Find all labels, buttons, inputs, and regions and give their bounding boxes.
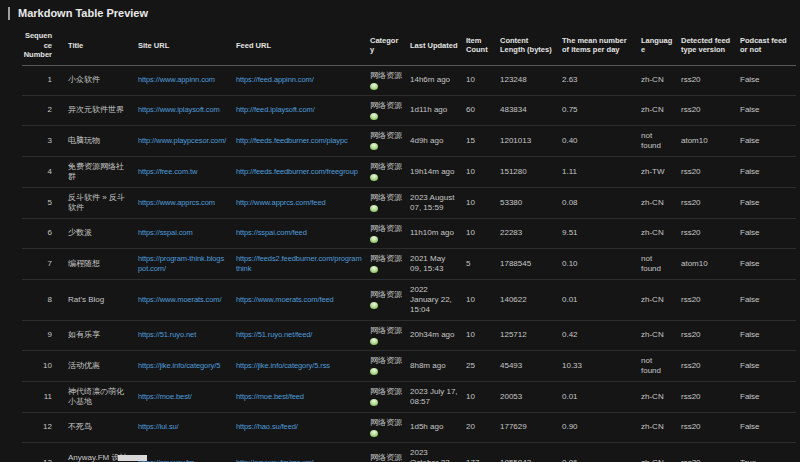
cell-feed-url: http://feed.iplaysoft.com/ — [236, 95, 370, 125]
cell-text: 125712 — [500, 330, 527, 339]
cell-text: 5 — [466, 259, 470, 268]
cell-content-length: 22283 — [500, 218, 562, 248]
cell-feed-url: https://sspai.com/feed — [236, 218, 370, 248]
cell-text: False — [740, 105, 760, 114]
green-circle-icon — [370, 399, 378, 406]
cell-title: 神代绮凛の萌化小基地 — [68, 381, 138, 412]
green-circle-icon — [370, 302, 378, 309]
feed-url-link[interactable]: http://feed.iplaysoft.com/ — [236, 105, 315, 114]
cell-text: rss20 — [681, 361, 701, 370]
cell-text: 11h10m ago — [410, 228, 454, 237]
cell-feed-type: rss20 — [681, 279, 740, 320]
cell-site-url: https://anyway.fm — [138, 442, 236, 462]
cell-text: 9 — [48, 330, 52, 339]
site-url-link[interactable]: https://www.iplaysoft.com — [138, 105, 220, 114]
feed-url-link[interactable]: https://51.ruyo.net/feed/ — [236, 330, 312, 339]
cell-text: 1788545 — [500, 259, 531, 268]
site-url-link[interactable]: https://www.moerats.com/ — [138, 295, 221, 304]
feed-url-link[interactable]: https://www.moerats.com/feed — [236, 295, 334, 304]
cell-item-count: 10 — [466, 320, 500, 350]
site-url-link[interactable]: https://moe.best/ — [138, 392, 192, 401]
cell-language: not found — [641, 248, 681, 279]
cell-text: 0.40 — [562, 136, 578, 145]
cell-text: 8h8m ago — [410, 361, 446, 370]
cell-text: False — [740, 361, 760, 370]
site-url-link[interactable]: http://www.playpcesor.com/ — [138, 136, 226, 145]
feed-url-link[interactable]: https://jike.info/category/5.rss — [236, 361, 330, 370]
cell-text: 异次元软件世界 — [68, 105, 124, 114]
feed-url-link[interactable]: https://sspai.com/feed — [236, 228, 307, 237]
green-circle-icon — [370, 174, 378, 181]
horizontal-scrollbar-thumb[interactable] — [118, 455, 147, 461]
cell-title: 活动优惠 — [68, 350, 138, 381]
column-header-feed-url: Feed URL — [236, 26, 370, 65]
category-label: 网络资源 — [370, 101, 402, 111]
feed-url-link[interactable]: http://anyway.fm/rss.xml — [236, 458, 313, 462]
feed-url-link[interactable]: http://www.apprcs.com/feed — [236, 198, 326, 207]
cell-language: zh-CN — [641, 381, 681, 412]
feed-url-link[interactable]: https://moe.best/feed — [236, 392, 304, 401]
cell-text: 6 — [48, 228, 52, 237]
cell-language: zh-CN — [641, 412, 681, 442]
feed-url-link[interactable]: https://feeds2.feedburner.com/programthi… — [236, 254, 362, 273]
green-circle-icon — [370, 368, 378, 375]
cell-item-count: 60 — [466, 95, 500, 125]
cell-text: 483834 — [500, 105, 527, 114]
cell-site-url: https://51.ruyo.net — [138, 320, 236, 350]
column-header-item-count: Item Count — [466, 26, 500, 65]
cell-content-length: 53380 — [500, 187, 562, 218]
cell-podcast: False — [740, 320, 796, 350]
cell-text: rss20 — [681, 295, 701, 304]
cell-seq: 13 — [22, 442, 68, 462]
cell-last-updated: 4d9h ago — [410, 125, 466, 156]
site-url-link[interactable]: https://sspai.com — [138, 228, 193, 237]
site-url-link[interactable]: https://program-think.blogspot.com/ — [138, 254, 224, 273]
cell-text: atom10 — [681, 136, 708, 145]
cell-text: 45493 — [500, 361, 522, 370]
feed-url-link[interactable]: http://feeds.feedburner.com/playpc — [236, 136, 348, 145]
category-label: 网络资源 — [370, 387, 402, 397]
column-header-content-length: Content Length (bytes) — [500, 26, 562, 65]
cell-seq: 9 — [22, 320, 68, 350]
feed-url-link[interactable]: https://hao.su/feed/ — [236, 422, 298, 431]
column-header-title: Title — [68, 26, 138, 65]
cell-last-updated: 2023 July 17, 08:57 — [410, 381, 466, 412]
cell-text: 3 — [48, 136, 52, 145]
table-header-row: Sequence NumberTitleSite URLFeed URLCate… — [22, 26, 796, 65]
cell-text: atom10 — [681, 259, 708, 268]
cell-site-url: https://iui.su/ — [138, 412, 236, 442]
green-circle-icon — [370, 113, 378, 120]
cell-title: 编程随想 — [68, 248, 138, 279]
site-url-link[interactable]: https://www.appinn.com — [138, 75, 215, 84]
table-row: 2异次元软件世界https://www.iplaysoft.comhttp://… — [22, 95, 796, 125]
cell-podcast: False — [740, 279, 796, 320]
feed-url-link[interactable]: https://feed.appinn.com/ — [236, 75, 314, 84]
cell-category: 网络资源 — [370, 65, 410, 95]
feed-url-link[interactable]: http://feeds.feedburner.com/freegroup — [236, 167, 358, 176]
cell-text: 1855842 — [500, 458, 531, 462]
cell-title: 少数派 — [68, 218, 138, 248]
cell-text: 140622 — [500, 295, 527, 304]
cell-text: rss20 — [681, 198, 701, 207]
green-circle-icon — [370, 205, 378, 212]
cell-text: zh-CN — [641, 330, 664, 339]
cell-last-updated: 2021 May 09, 15:43 — [410, 248, 466, 279]
table-row: 10活动优惠https://jike.info/category/5https:… — [22, 350, 796, 381]
cell-title: 小众软件 — [68, 65, 138, 95]
cell-text: 0.08 — [562, 198, 578, 207]
cell-site-url: https://moe.best/ — [138, 381, 236, 412]
green-circle-icon — [370, 430, 378, 437]
cell-site-url: https://program-think.blogspot.com/ — [138, 248, 236, 279]
cell-text: rss20 — [681, 392, 701, 401]
cell-category: 网络资源 — [370, 412, 410, 442]
site-url-link[interactable]: https://iui.su/ — [138, 422, 179, 431]
green-circle-icon — [370, 236, 378, 243]
cell-content-length: 1788545 — [500, 248, 562, 279]
site-url-link[interactable]: https://free.com.tw — [138, 167, 197, 176]
site-url-link[interactable]: https://jike.info/category/5 — [138, 361, 220, 370]
cell-text: rss20 — [681, 330, 701, 339]
site-url-link[interactable]: https://51.ruyo.net — [138, 330, 196, 339]
site-url-link[interactable]: https://www.apprcs.com — [138, 198, 215, 207]
column-header-mean-per-day: The mean number of items per day — [562, 26, 641, 65]
cell-language: zh-CN — [641, 320, 681, 350]
